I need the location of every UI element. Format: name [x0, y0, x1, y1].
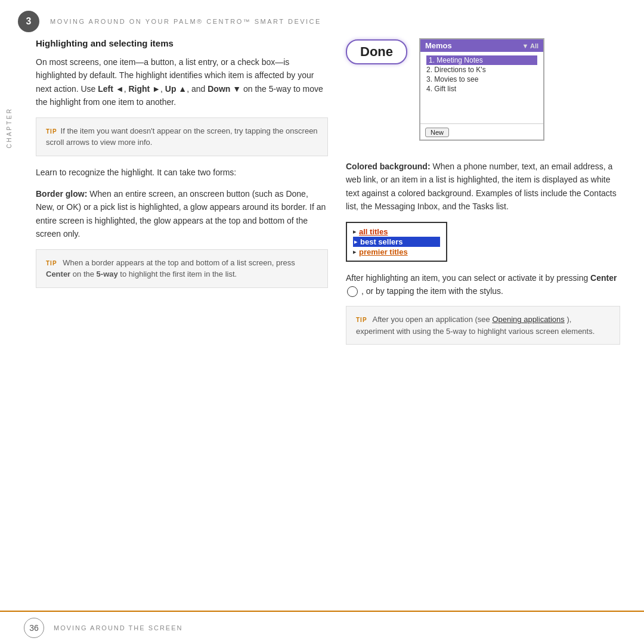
after-center-text: , or by tapping the item with the stylus…	[361, 286, 503, 296]
tip-text-1: If the item you want doesn't appear on t…	[46, 126, 318, 147]
border-glow-paragraph: Border glow: When an entire screen, an o…	[36, 187, 328, 241]
list-item-all-titles: ▸ all titles	[353, 227, 440, 237]
footer-label: MOVING AROUND THE SCREEN	[54, 624, 183, 631]
list-item-premier-titles: ▸ premier titles	[353, 247, 440, 257]
content-area: Highlighting and selecting items On most…	[0, 38, 644, 354]
memos-item-1[interactable]: 1. Meeting Notes	[426, 55, 537, 65]
opening-applications-link[interactable]: Opening applications	[492, 315, 564, 324]
page-number: 36	[24, 618, 44, 638]
tip-box-1: TIPIf the item you want doesn't appear o…	[36, 117, 328, 156]
memos-item-2[interactable]: 2. Directions to K's	[426, 65, 537, 75]
memos-footer: New	[420, 123, 543, 140]
tip-label-2: TIP	[46, 260, 57, 267]
memos-new-button[interactable]: New	[425, 128, 449, 137]
tip-box-3: TIP After you open an application (see O…	[346, 306, 620, 345]
tip-box-2: TIP When a border appears at the top and…	[36, 249, 328, 288]
tip-text-2a: When a border appears at the top and bot…	[63, 258, 295, 267]
chapter-side-label: CHAPTER	[6, 107, 13, 148]
center-bold: Center	[590, 273, 617, 283]
page-header: 3 MOVING AROUND ON YOUR PALM® CENTRO™ SM…	[0, 0, 644, 38]
page-footer: 36 MOVING AROUND THE SCREEN	[0, 611, 644, 644]
tip-5way-bold: 5-way	[97, 270, 118, 278]
left-column: Highlighting and selecting items On most…	[36, 38, 328, 354]
memos-item-3[interactable]: 3. Movies to see	[426, 75, 537, 84]
center-button-icon	[347, 286, 358, 297]
tip-text-3a: After you open an application (see	[372, 315, 490, 324]
tip-text-2c: to highlight the first item in the list.	[120, 270, 237, 278]
memos-all-dropdown[interactable]: ▼ All	[522, 42, 538, 49]
memos-list-body: 1. Meeting Notes 2. Directions to K's 3.…	[420, 52, 543, 123]
done-memos-row: Done Memos ▼ All 1. Meeting Notes 2. Dir…	[346, 38, 620, 150]
memos-title: Memos	[425, 41, 452, 50]
done-button[interactable]: Done	[346, 39, 407, 64]
body-paragraph-2: Learn to recognize the highlight. It can…	[36, 166, 328, 179]
after-list-text-1: After highlighting an item, you can sele…	[346, 273, 588, 283]
tip-label-1: TIP	[46, 128, 57, 135]
border-glow-title: Border glow:	[36, 189, 87, 199]
body-paragraph-1: On most screens, one item—a button, a li…	[36, 55, 328, 109]
tip-center-bold: Center	[46, 270, 70, 278]
right-column: Done Memos ▼ All 1. Meeting Notes 2. Dir…	[346, 38, 620, 354]
tip-label-3: TIP	[356, 317, 367, 323]
memos-item-4[interactable]: 4. Gift list	[426, 84, 537, 94]
after-list-paragraph: After highlighting an item, you can sele…	[346, 271, 620, 298]
chapter-number: 3	[18, 11, 39, 32]
colored-bg-paragraph: Colored background: When a phone number,…	[346, 160, 620, 213]
list-item-best-sellers[interactable]: ▸ best sellers	[353, 237, 440, 247]
colored-bg-title: Colored background:	[346, 162, 431, 171]
memos-device-screenshot: Memos ▼ All 1. Meeting Notes 2. Directio…	[419, 38, 544, 141]
memos-titlebar: Memos ▼ All	[420, 39, 543, 52]
header-title: MOVING AROUND ON YOUR PALM® CENTRO™ SMAR…	[50, 18, 321, 25]
tip-text-2b: on the	[73, 270, 94, 278]
list-screenshot: ▸ all titles ▸ best sellers ▸ premier ti…	[346, 222, 447, 262]
section-title: Highlighting and selecting items	[36, 38, 328, 48]
